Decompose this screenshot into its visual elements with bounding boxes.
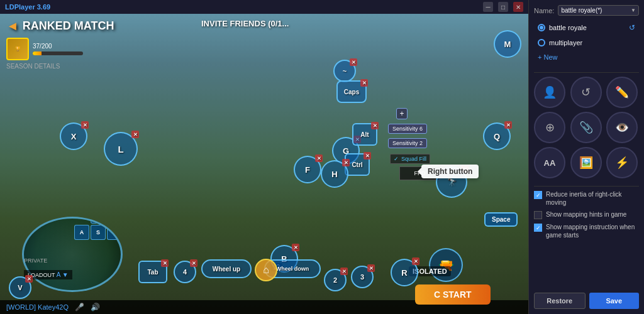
name-label: Name:: [534, 7, 554, 14]
f-close-icon[interactable]: ✕: [315, 154, 323, 162]
x-close-icon[interactable]: ✕: [81, 121, 89, 129]
icon-grid: 👤 ↺ ✏️ ⊕ 📎 👁️ AA 🖼️ ⚡: [534, 77, 639, 178]
alt-close-icon[interactable]: ✕: [371, 122, 379, 129]
sensitivity-box-1: Sensitivity 6: [388, 124, 427, 134]
s-key[interactable]: S: [91, 225, 106, 240]
f-key[interactable]: ✕ F: [294, 156, 321, 183]
profile-battle-royale[interactable]: battle royale ↺: [534, 21, 639, 35]
caps-close-icon[interactable]: ✕: [360, 79, 368, 87]
radio-multiplayer: [538, 39, 545, 46]
ctrl-close-icon[interactable]: ✕: [364, 152, 371, 160]
swap-icon-btn[interactable]: ↺: [570, 77, 602, 108]
squad-fill-checkmark: ✓: [394, 156, 399, 162]
player-level: 🏆 37/200: [6, 38, 83, 60]
aa-icon-btn[interactable]: AA: [534, 147, 565, 178]
ranked-match-label: RANKED MATCH: [23, 19, 114, 33]
wasd-keys: W A S D: [74, 217, 122, 240]
tab-key[interactable]: ✕ Tab: [138, 261, 167, 283]
crosshair-icon-btn[interactable]: ⊕: [534, 112, 565, 143]
pencil-icon-btn[interactable]: ✏️: [606, 77, 638, 108]
photo-icon-btn[interactable]: 🖼️: [570, 147, 602, 178]
4-key[interactable]: ✕ 4: [174, 261, 196, 283]
b-close-icon[interactable]: ✕: [292, 244, 299, 251]
titlebar-controls: ─ □ ✕: [483, 2, 523, 12]
checkbox-show-instruction-box[interactable]: [534, 224, 542, 232]
checkbox-show-hints-box[interactable]: [534, 211, 542, 219]
side-panel: Name: battle royale(*) ▼ battle royale ↺…: [528, 0, 644, 314]
tilde-key[interactable]: ✕ ~: [333, 60, 356, 82]
r-close-icon[interactable]: ✕: [412, 257, 419, 265]
x-key[interactable]: ✕ X: [60, 122, 87, 150]
profile-multiplayer[interactable]: multiplayer: [534, 36, 639, 49]
panel-divider-2: [534, 186, 639, 187]
q-close-icon[interactable]: ✕: [504, 121, 512, 129]
invite-friends: INVITE FRIENDS (0/1...: [201, 19, 289, 28]
plus-button[interactable]: +: [396, 108, 408, 119]
eye-icon-btn[interactable]: 👁️: [606, 112, 638, 143]
minimize-button[interactable]: ─: [483, 2, 493, 12]
squad-fill-checkbox[interactable]: ✓ Squad Fill: [390, 154, 430, 164]
checkbox-show-hints-label: Show mapping hints in game: [546, 210, 626, 219]
checkbox-show-instruction[interactable]: Show mapping instruction when game start…: [534, 223, 639, 239]
minimap: W A S D: [22, 217, 123, 292]
xp-bar-container: 37/200: [33, 43, 83, 55]
q-key[interactable]: ✕ Q: [483, 122, 511, 150]
wasd-empty-1: [74, 217, 89, 224]
space-key[interactable]: Space: [484, 212, 518, 227]
h-close-icon[interactable]: ✕: [342, 159, 350, 166]
name-value: battle royale(*): [561, 7, 602, 14]
speaker-icon[interactable]: 🔊: [91, 303, 100, 311]
r-key[interactable]: ✕ R: [391, 259, 418, 286]
panel-divider-1: [534, 72, 639, 73]
tab-close-icon[interactable]: ✕: [161, 259, 169, 267]
mic-icon[interactable]: 🎤: [75, 303, 84, 311]
h-key[interactable]: ✕ H: [321, 160, 348, 188]
xp-text: 37/200: [33, 43, 83, 50]
2-key[interactable]: ✕ 2: [324, 269, 347, 291]
private-label: PRIVATE: [24, 257, 47, 264]
season-details-label: SEASON DETAILS: [6, 63, 60, 70]
new-profile-label: + New: [538, 53, 558, 61]
level-badge: 🏆: [6, 38, 29, 60]
3-key[interactable]: ✕ 3: [351, 266, 374, 288]
panel-btn-row: Restore Save: [534, 288, 639, 309]
l-key[interactable]: ✕ L: [104, 132, 138, 166]
a-key[interactable]: A: [74, 225, 89, 240]
gun-circle[interactable]: 🔫: [429, 248, 463, 282]
l-close-icon[interactable]: ✕: [131, 131, 139, 138]
2-close-icon[interactable]: ✕: [340, 268, 348, 275]
paperclip-icon-btn[interactable]: 📎: [570, 112, 602, 143]
profile-battle-royale-label: battle royale: [549, 24, 587, 31]
username-text: [WORLD] Katey42Q: [6, 303, 69, 311]
restore-button[interactable]: □: [498, 2, 508, 12]
close-button[interactable]: ✕: [513, 2, 523, 12]
v-close-icon[interactable]: ✕: [25, 275, 33, 283]
wheelup-key[interactable]: Wheel up: [201, 259, 252, 278]
new-profile-button[interactable]: + New: [534, 51, 639, 63]
sensitivity-box-2: Sensitivity 2: [388, 138, 427, 148]
4-close-icon[interactable]: ✕: [190, 259, 197, 267]
m-key[interactable]: M: [494, 30, 521, 58]
refresh-icon[interactable]: ↺: [629, 23, 635, 32]
checkbox-show-instruction-label: Show mapping instruction when game start…: [546, 223, 639, 239]
3-close-icon[interactable]: ✕: [367, 264, 375, 272]
plus-minus-controls[interactable]: +: [396, 108, 408, 119]
restore-button[interactable]: Restore: [534, 293, 586, 309]
home-button[interactable]: ⌂: [255, 259, 277, 281]
caps-key[interactable]: ✕ Caps: [336, 80, 367, 103]
checkbox-reduce-inertia-box[interactable]: [534, 191, 542, 199]
checkbox-reduce-inertia[interactable]: Reduce inertia of right-click moving: [534, 190, 639, 207]
d-key[interactable]: D: [107, 225, 122, 240]
save-button[interactable]: Save: [589, 293, 640, 309]
ranked-match: ◄ RANKED MATCH: [6, 19, 114, 33]
alt-key[interactable]: ✕ Alt: [352, 123, 377, 146]
name-dropdown[interactable]: battle royale(*) ▼: [558, 5, 639, 16]
tilde-close-icon[interactable]: ✕: [350, 58, 357, 66]
c-start-button[interactable]: C START: [415, 284, 491, 305]
checkbox-show-hints[interactable]: Show mapping hints in game: [534, 210, 639, 219]
home-icon-area[interactable]: ⌂: [255, 259, 277, 281]
v-key[interactable]: ✕ V: [9, 276, 31, 299]
person-icon-btn[interactable]: 👤: [534, 77, 565, 108]
lightning-icon-btn[interactable]: ⚡: [606, 147, 638, 178]
xp-bar: [33, 51, 83, 55]
